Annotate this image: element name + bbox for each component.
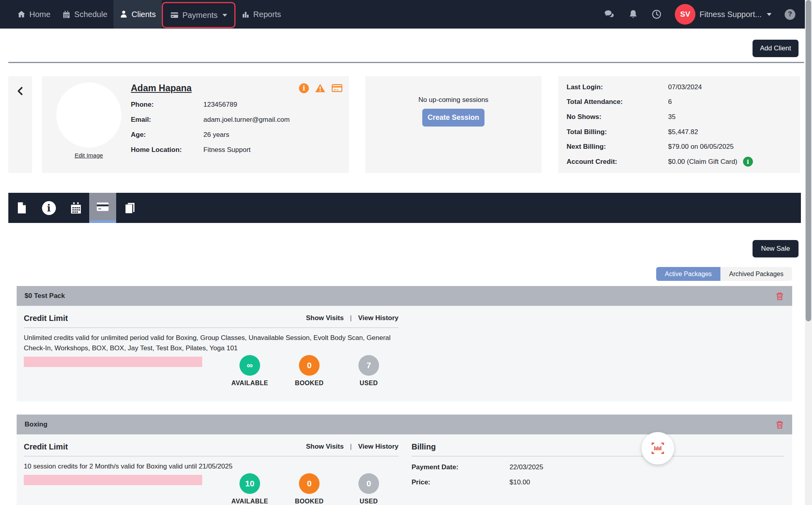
client-detail-row: Age: 26 years [131, 131, 343, 139]
warning-icon[interactable] [315, 83, 326, 94]
available-badge: 10 AVAILABLE [224, 473, 276, 505]
file-icon [15, 202, 28, 214]
booked-badge: 0 BOOKED [283, 473, 335, 505]
view-history-link[interactable]: View History [358, 443, 398, 451]
add-client-button[interactable]: Add Client [753, 40, 799, 57]
billing-row: Payment Date: 22/03/2025 [412, 463, 784, 471]
nav-item-schedule[interactable]: Schedule [56, 0, 113, 29]
client-summary-card: Edit Image Adam Hapana i Phone: 12345678… [42, 76, 349, 173]
credit-limit-title: Credit Limit [24, 314, 68, 323]
create-session-button[interactable]: Create Session [422, 109, 485, 127]
chevron-down-icon [222, 14, 227, 17]
scrollbar-thumb[interactable] [806, 0, 811, 321]
info-icon: i [42, 201, 56, 215]
package-header: $0 Test Pack [17, 286, 792, 306]
credit-card-icon [96, 200, 109, 213]
package-header: Boxing [17, 415, 792, 434]
client-alert-icons: i [299, 83, 343, 94]
credit-info-icon[interactable]: i [743, 157, 753, 167]
client-avatar-column: Edit Image [54, 83, 124, 159]
nav-item-home[interactable]: Home [11, 0, 56, 29]
archived-packages-tab[interactable]: Archived Packages [720, 267, 792, 281]
no-sessions-text: No up-coming sessions [365, 96, 542, 104]
trash-icon[interactable] [775, 292, 784, 301]
stats-row: No Shows: 35 [567, 109, 800, 125]
header-divider [8, 62, 804, 63]
bar-chart-icon [241, 10, 250, 19]
billing-row: Price: $10.00 [412, 478, 784, 486]
client-photo [56, 83, 121, 148]
account-menu[interactable]: SV Fitness Support... [675, 4, 772, 25]
clock-icon[interactable] [651, 9, 662, 19]
show-visits-link[interactable]: Show Visits [306, 443, 344, 451]
client-details: Adam Hapana i Phone: 123456789 Email: ad… [131, 83, 343, 154]
package-card: $0 Test Pack Credit Limit Show Visits | … [17, 286, 792, 401]
credit-card-icon [170, 11, 179, 19]
client-detail-row: Home Location: Fitness Support [131, 146, 343, 154]
stats-row: Total Billing: $5,447.82 [567, 125, 800, 140]
tab-notes[interactable] [116, 193, 143, 223]
package-title: $0 Test Pack [25, 292, 65, 300]
main-nav: Home Schedule Clients Payments [0, 0, 287, 29]
package-description: 10 session credits for 2 Month/s valid f… [24, 461, 398, 472]
edit-image-link[interactable]: Edit Image [75, 152, 103, 159]
stats-row: Account Credit: $0.00 (Claim Gift Card) … [567, 154, 800, 169]
view-history-link[interactable]: View History [358, 314, 398, 322]
stats-row: Last Login: 07/03/2024 [567, 80, 800, 95]
top-navbar: Home Schedule Clients Payments [0, 0, 812, 29]
chevron-down-icon [767, 13, 772, 16]
upcoming-sessions-card: No up-coming sessions Create Session [365, 76, 542, 173]
avatar: SV [675, 4, 695, 25]
credit-progress-bar [24, 357, 202, 367]
client-name-link[interactable]: Adam Hapana [131, 83, 192, 94]
home-icon [17, 10, 26, 19]
package-filter-toggle: Active Packages Archived Packages [656, 267, 792, 281]
payments-highlight-box: Payments [162, 2, 236, 28]
package-card: Boxing Credit Limit Show Visits | View H… [17, 415, 792, 505]
back-button[interactable] [8, 76, 32, 173]
billing-title: Billing [412, 442, 436, 451]
person-icon [119, 10, 128, 19]
book-icon [124, 202, 136, 214]
nav-item-label: Home [29, 10, 50, 19]
chat-icon[interactable] [604, 9, 615, 20]
calendar-icon [69, 202, 82, 215]
tab-documents[interactable] [8, 193, 35, 223]
info-icon[interactable]: i [299, 83, 309, 93]
tab-schedule[interactable] [62, 193, 89, 223]
package-description: Unlimited credits valid for unlimited pe… [24, 333, 398, 353]
active-packages-tab[interactable]: Active Packages [656, 267, 720, 281]
bell-icon[interactable] [628, 9, 638, 19]
barcode-icon[interactable] [642, 432, 674, 465]
package-body: Credit Limit Show Visits | View History … [17, 306, 792, 401]
payment-card-icon[interactable] [331, 83, 343, 94]
nav-item-clients[interactable]: Clients [113, 0, 162, 29]
client-stats-card: Last Login: 07/03/2024 Total Attendance:… [558, 76, 800, 173]
new-sale-button[interactable]: New Sale [753, 240, 799, 257]
scrollbar-track[interactable] [805, 0, 812, 505]
help-icon[interactable]: ? [785, 9, 795, 20]
tab-info[interactable]: i [35, 193, 62, 223]
credit-limit-title: Credit Limit [24, 442, 68, 451]
client-section-tabs: i [8, 193, 801, 223]
nav-item-label: Clients [132, 10, 156, 19]
used-badge: 0 USED [343, 473, 395, 505]
used-badge: 7 USED [343, 355, 395, 387]
package-body: Credit Limit Show Visits | View History … [17, 434, 792, 505]
tab-payments[interactable] [89, 193, 116, 223]
show-visits-link[interactable]: Show Visits [306, 314, 344, 322]
client-detail-row: Email: adam.joel.turner@gmail.com [131, 115, 343, 124]
client-detail-row: Phone: 123456789 [131, 100, 343, 109]
calendar-icon [62, 10, 71, 19]
credit-progress-bar [24, 475, 202, 485]
nav-item-reports[interactable]: Reports [236, 0, 287, 29]
nav-item-payments[interactable]: Payments [164, 11, 233, 20]
nav-item-label: Schedule [74, 10, 107, 19]
section-divider [412, 456, 784, 457]
chevron-left-icon [15, 86, 26, 96]
booked-badge: 0 BOOKED [283, 355, 335, 387]
stats-row: Next Billing: $79.00 on 06/05/2025 [567, 139, 800, 154]
trash-icon[interactable] [775, 420, 784, 429]
billing-section: Billing Payment Date: 22/03/2025 Price: … [412, 441, 784, 486]
nav-item-label: Payments [182, 11, 218, 20]
